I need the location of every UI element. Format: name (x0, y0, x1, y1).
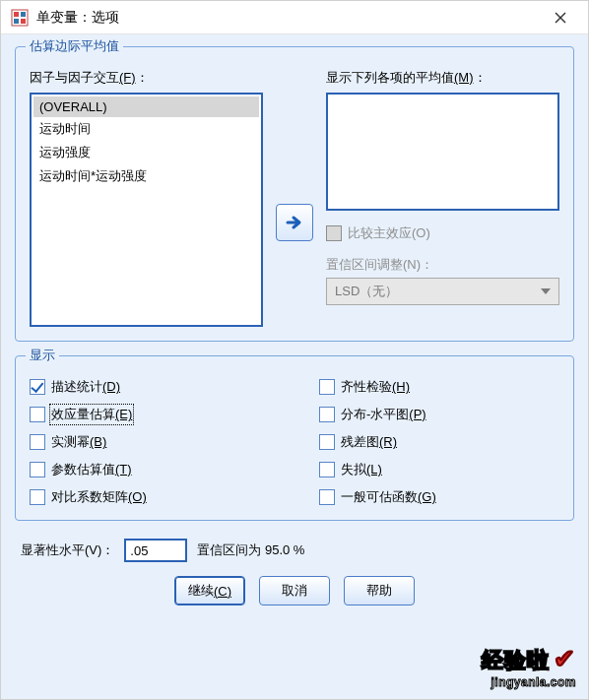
help-button[interactable]: 帮助 (344, 576, 415, 605)
checkbox-d[interactable]: 描述统计(D) (30, 378, 270, 396)
continue-button[interactable]: 继续(C) (174, 576, 245, 605)
cancel-button[interactable]: 取消 (259, 576, 330, 605)
titlebar: 单变量：选项 (1, 1, 588, 34)
list-item[interactable]: (OVERALL) (33, 96, 259, 117)
list-item[interactable]: 运动强度 (33, 141, 259, 164)
checkbox-icon (30, 379, 45, 395)
checkbox-icon (319, 407, 335, 422)
checkbox-icon (30, 434, 45, 450)
svg-rect-2 (21, 12, 26, 17)
app-icon (11, 9, 29, 27)
button-row: 继续(C) 取消 帮助 (15, 576, 574, 605)
window-title: 单变量：选项 (36, 9, 541, 27)
means-listbox[interactable] (326, 93, 559, 211)
checkbox-icon (319, 462, 335, 477)
svg-rect-1 (14, 12, 19, 17)
dialog-window: 单变量：选项 估算边际平均值 因子与因子交互(F)： (OVERALL) 运动时… (0, 0, 589, 700)
checkbox-e[interactable]: 效应量估算(E) (30, 406, 270, 423)
means-label: 显示下列各项的平均值(M)： (326, 69, 559, 87)
ci-adjust-value: LSD（无） (335, 283, 398, 300)
checkbox-icon (319, 489, 335, 505)
group-display-legend: 显示 (26, 347, 59, 364)
significance-input[interactable] (124, 539, 187, 562)
significance-label: 显著性水平(V)： (21, 541, 114, 559)
checkbox-icon (30, 407, 45, 422)
ci-adjust-combobox: LSD（无） (326, 278, 559, 305)
close-icon (555, 12, 566, 24)
watermark: 经验啦✔ jingyanla.com (482, 644, 576, 689)
checkbox-b[interactable]: 实测幂(B) (30, 433, 270, 451)
move-right-button[interactable] (276, 204, 313, 241)
svg-rect-3 (14, 19, 19, 24)
group-display: 显示 描述统计(D)齐性检验(H)效应量估算(E)分布-水平图(P)实测幂(B)… (15, 355, 574, 521)
checkbox-g[interactable]: 一般可估函数(G) (319, 488, 559, 506)
checkbox-icon (319, 379, 335, 395)
group-estimate-legend: 估算边际平均值 (26, 37, 123, 55)
checkbox-r[interactable]: 残差图(R) (319, 433, 559, 451)
confidence-text: 置信区间为 95.0 % (197, 541, 304, 559)
checkbox-icon (30, 489, 45, 505)
list-item[interactable]: 运动时间 (33, 117, 259, 141)
compare-main-effects-checkbox: 比较主效应(O) (326, 224, 559, 242)
svg-rect-4 (21, 19, 26, 24)
chevron-down-icon (541, 288, 551, 294)
close-button[interactable] (541, 3, 580, 32)
dialog-content: 估算边际平均值 因子与因子交互(F)： (OVERALL) 运动时间 运动强度 … (1, 34, 588, 699)
checkbox-icon (326, 225, 342, 241)
list-item[interactable]: 运动时间*运动强度 (33, 164, 259, 188)
checkbox-o[interactable]: 对比系数矩阵(O) (30, 488, 270, 506)
arrow-right-icon (285, 213, 304, 232)
checkbox-t[interactable]: 参数估算值(T) (30, 461, 270, 478)
checkbox-icon (30, 462, 45, 477)
significance-row: 显著性水平(V)： 置信区间为 95.0 % (15, 539, 574, 562)
checkbox-h[interactable]: 齐性检验(H) (319, 378, 559, 396)
checkbox-l[interactable]: 失拟(L) (319, 461, 559, 478)
factors-listbox[interactable]: (OVERALL) 运动时间 运动强度 运动时间*运动强度 (30, 93, 263, 327)
group-estimate-marginal-means: 估算边际平均值 因子与因子交互(F)： (OVERALL) 运动时间 运动强度 … (15, 46, 574, 342)
ci-adjust-label: 置信区间调整(N)： (326, 256, 559, 274)
factors-label: 因子与因子交互(F)： (30, 69, 263, 87)
checkbox-p[interactable]: 分布-水平图(P) (319, 406, 559, 423)
checkbox-icon (319, 434, 335, 450)
